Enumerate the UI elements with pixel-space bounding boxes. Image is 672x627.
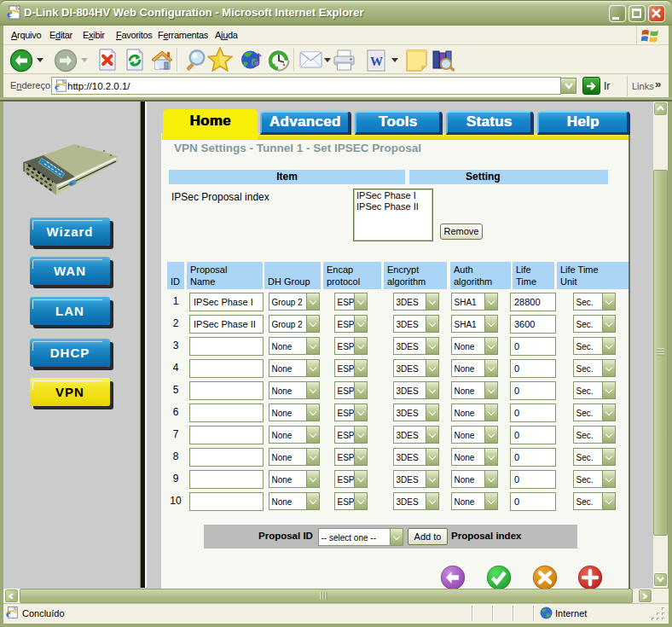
- svg-text:W: W: [370, 55, 383, 68]
- svg-text:e: e: [6, 607, 11, 619]
- svg-text:e: e: [55, 80, 60, 92]
- svg-text:e: e: [7, 7, 12, 20]
